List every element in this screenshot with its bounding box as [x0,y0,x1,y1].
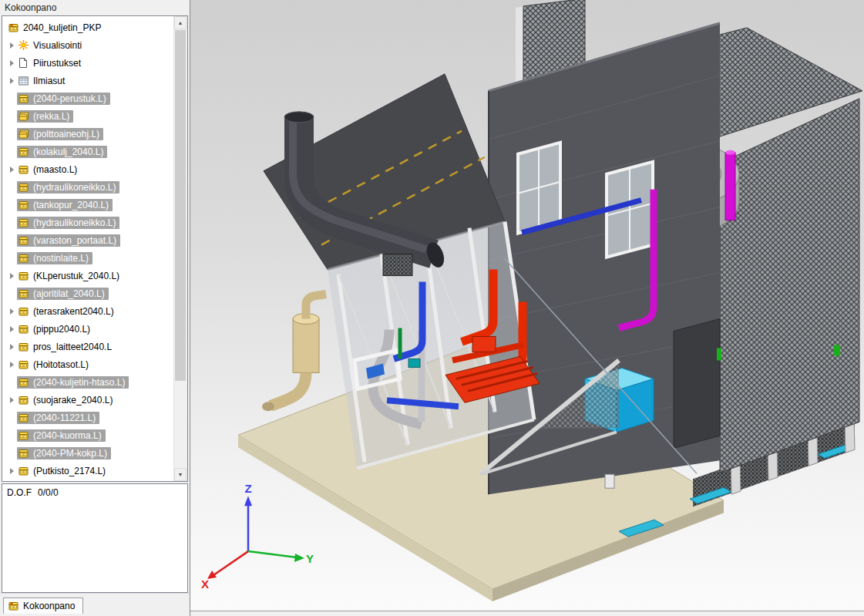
tab-kokoonpano[interactable]: Kokoonpano [3,597,83,614]
tree-item-6[interactable]: (polttoaineohj.L) [2,125,174,143]
tree-item-label: Ilmiasut [33,76,65,86]
x-axis-label: X [201,577,209,591]
expander-icon[interactable] [7,444,17,462]
tree-item-22[interactable]: (2040-11221.L) [2,409,174,426]
expander-icon[interactable] [7,125,17,143]
expander-icon[interactable] [7,72,17,89]
model-tan-piping[interactable] [262,295,326,412]
tree-item-5[interactable]: (rekka.L) [2,107,174,125]
expander-icon[interactable] [7,426,17,444]
part-icon [18,182,30,192]
tree-item-label: (Putkisto_2174.L) [33,466,106,476]
tree-item-19[interactable]: (Hoitotasot.L) [2,355,174,373]
tree-root-item[interactable]: 2040_kuljetin_PKP [2,19,174,36]
tree-item-16[interactable]: (terasrakent2040.L) [2,302,174,320]
part-icon [18,200,30,210]
tree-item-9[interactable]: (hydraulikoneikko.L) [2,178,174,196]
tree-item-25[interactable]: (Putkisto_2174.L) [2,462,174,480]
part-icon [18,359,30,369]
viewport-3d[interactable]: Z X Y [190,0,864,611]
tree-item-11[interactable]: (hydraulikoneikko.L) [2,214,174,231]
expander-icon[interactable] [7,160,17,178]
tree-item-label: (KLperustuk_2040.L) [33,271,119,281]
expander-icon[interactable] [7,373,17,391]
expander-icon[interactable] [7,391,17,409]
tree-item-label: (nostinlaite.L) [33,253,89,264]
tree-item-21[interactable]: (suojarake_2040.L) [2,391,174,409]
tree-item-label: (kolakulj_2040.L) [33,146,103,157]
expander-icon[interactable] [7,54,17,72]
expander-icon[interactable] [7,462,17,480]
tree-item-23[interactable]: (2040-kuorma.L) [2,426,174,444]
expander-icon[interactable] [7,409,17,426]
tree-item-label: (varaston_portaat.L) [33,235,116,246]
expander-icon[interactable] [7,231,17,249]
tree-item-label: (hydraulikoneikko.L) [33,182,116,193]
tree-item-label: (suojarake_2040.L) [33,395,113,406]
expander-icon[interactable] [7,178,17,196]
panel-tab-bar: Kokoonpano [0,593,190,616]
expander-icon[interactable] [7,320,17,338]
part-icon [18,164,30,174]
tree-item-15[interactable]: (ajoritilat_2040.L) [2,284,174,302]
expander-icon[interactable] [7,143,17,160]
tree-item-label: (Hoitotasot.L) [33,359,89,370]
part-icon [18,412,30,422]
part-icon [18,306,30,316]
tree-item-24[interactable]: (2040-PM-kokp.L) [2,444,174,462]
expander-icon[interactable] [7,284,17,302]
tree-item-label: pros_laitteet2040.L [33,342,112,352]
expander-icon[interactable] [7,338,17,355]
page-icon [18,58,30,68]
expander-icon[interactable] [7,214,17,231]
y-axis-arrow-icon [294,554,304,562]
part-multi-icon [18,129,30,139]
scrollbar-thumb[interactable] [175,30,186,381]
tree-item-label: (ajoritilat_2040.L) [33,288,105,299]
model-window-1[interactable] [518,143,560,234]
assembly-root-icon [8,22,20,32]
expander-icon[interactable] [7,36,17,54]
tree-item-label: (2040-PM-kokp.L) [33,448,107,459]
scroll-up-icon[interactable]: ▲ [174,16,187,29]
tree-item-4[interactable]: (2040-perustuk.L) [2,89,174,107]
dof-label: D.O.F [7,487,32,498]
tree-item-1[interactable]: Visualisointi [2,36,174,54]
expander-icon[interactable] [7,107,17,125]
tree-item-7[interactable]: (kolakulj_2040.L) [2,143,174,160]
expander-icon[interactable] [7,355,17,373]
tree-item-17[interactable]: (pippu2040.L) [2,320,174,338]
status-strip [190,611,864,616]
assembly-icon [8,601,19,611]
viewport-column: Z X Y [190,0,864,616]
tree-scrollbar[interactable]: ▲ ▼ [173,16,187,481]
tree-item-13[interactable]: (nostinlaite.L) [2,249,174,267]
part-multi-icon [18,111,30,121]
assembly-panel: Kokoonpano 2040_kuljetin_PKP Visualisoin… [0,0,190,616]
tree-item-label: (tankopur_2040.L) [33,200,109,210]
tree-item-18[interactable]: pros_laitteet2040.L [2,338,174,355]
tree-item-20[interactable]: (2040-kuljetin-htaso.L) [2,373,174,391]
tree-item-label: Piirustukset [33,58,81,69]
table-icon [18,76,30,86]
part-icon [18,448,30,458]
expander-icon[interactable] [7,89,17,107]
expander-icon[interactable] [7,249,17,267]
tree-item-8[interactable]: (maasto.L) [2,160,174,178]
cad-application: Kokoonpano 2040_kuljetin_PKP Visualisoin… [0,0,864,616]
expander-icon[interactable] [7,302,17,320]
tree-item-3[interactable]: Ilmiasut [2,72,174,89]
tree-item-10[interactable]: (tankopur_2040.L) [2,196,174,214]
part-icon [18,253,30,263]
tree-item-14[interactable]: (KLperustuk_2040.L) [2,267,174,284]
expander-icon[interactable] [7,267,17,284]
tree-item-2[interactable]: Piirustukset [2,54,174,72]
expander-icon[interactable] [7,196,17,214]
tree-root-label: 2040_kuljetin_PKP [23,22,101,33]
scroll-down-icon[interactable]: ▼ [174,468,187,481]
tree-item-12[interactable]: (varaston_portaat.L) [2,231,174,249]
model-door [674,318,720,448]
part-icon [18,466,30,476]
model-canvas[interactable]: Z X Y [190,0,864,611]
tree-item-label: (polttoaineohj.L) [33,129,99,140]
